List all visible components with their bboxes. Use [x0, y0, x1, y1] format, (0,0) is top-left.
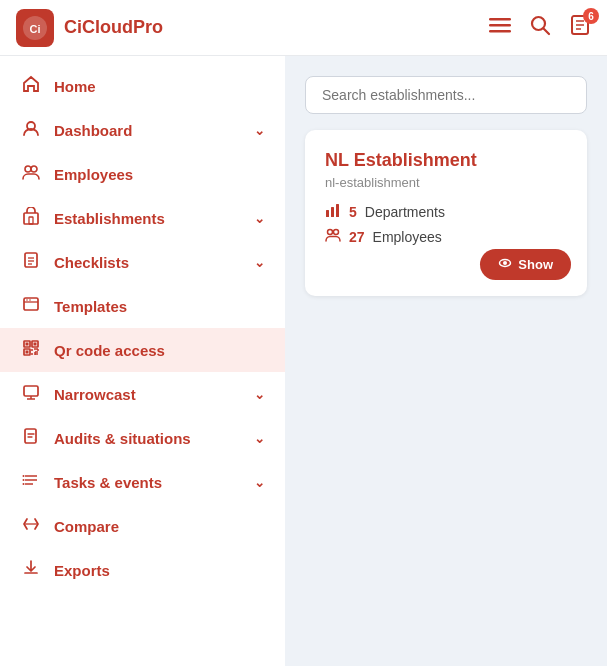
sidebar-item-exports[interactable]: Exports [0, 548, 285, 592]
tasks-chevron: ⌄ [254, 475, 265, 490]
tasks-icon [20, 471, 42, 493]
svg-point-45 [23, 479, 25, 481]
employees-label: Employees [373, 229, 442, 245]
menu-icon[interactable] [489, 14, 511, 41]
dashboard-chevron: ⌄ [254, 123, 265, 138]
content-area: NL Establishment nl-establishment 5 Depa… [285, 56, 607, 666]
search-icon[interactable] [529, 14, 551, 41]
establishment-name: NL Establishment [325, 150, 567, 171]
logo-icon: Ci [16, 9, 54, 47]
svg-point-12 [25, 166, 31, 172]
audits-chevron: ⌄ [254, 431, 265, 446]
svg-rect-28 [26, 351, 29, 354]
svg-rect-39 [25, 429, 36, 443]
sidebar-item-dashboard-label: Dashboard [54, 122, 242, 139]
departments-stat: 5 Departments [325, 202, 567, 221]
sidebar-item-audits-label: Audits & situations [54, 430, 242, 447]
svg-rect-24 [26, 343, 29, 346]
home-icon [20, 75, 42, 97]
svg-point-51 [328, 230, 333, 235]
employees-stat-icon [325, 227, 341, 246]
svg-rect-14 [24, 213, 38, 224]
sidebar-item-compare-label: Compare [54, 518, 265, 535]
svg-point-22 [29, 299, 31, 301]
sidebar-item-templates[interactable]: Templates [0, 284, 285, 328]
departments-count: 5 [349, 204, 357, 220]
svg-point-46 [23, 483, 25, 485]
sidebar-item-compare[interactable]: Compare [0, 504, 285, 548]
sidebar-item-establishments-label: Establishments [54, 210, 242, 227]
svg-rect-36 [24, 386, 38, 396]
svg-rect-16 [25, 253, 37, 267]
book-icon[interactable]: 6 [569, 14, 591, 41]
header: Ci CiCloudPro 6 [0, 0, 607, 56]
compare-icon [20, 515, 42, 537]
dashboard-icon [20, 119, 42, 141]
svg-point-13 [31, 166, 37, 172]
sidebar-item-home-label: Home [54, 78, 265, 95]
svg-rect-4 [489, 30, 511, 33]
main-layout: Home Dashboard ⌄ Employees [0, 56, 607, 666]
svg-rect-3 [489, 24, 511, 27]
svg-point-54 [503, 261, 507, 265]
audits-icon [20, 427, 42, 449]
sidebar-item-checklists-label: Checklists [54, 254, 242, 271]
sidebar-item-tasks[interactable]: Tasks & events ⌄ [0, 460, 285, 504]
svg-rect-49 [331, 207, 334, 217]
logo-text: CiCloudPro [64, 17, 163, 38]
svg-point-52 [334, 230, 339, 235]
sidebar-item-tasks-label: Tasks & events [54, 474, 242, 491]
sidebar-item-narrowcast[interactable]: Narrowcast ⌄ [0, 372, 285, 416]
sidebar: Home Dashboard ⌄ Employees [0, 56, 285, 666]
sidebar-item-exports-label: Exports [54, 562, 265, 579]
sidebar-item-employees[interactable]: Employees [0, 152, 285, 196]
svg-rect-26 [34, 343, 37, 346]
sidebar-item-employees-label: Employees [54, 166, 265, 183]
svg-rect-2 [489, 18, 511, 21]
establishments-icon [20, 207, 42, 229]
show-button-label: Show [518, 257, 553, 272]
sidebar-item-dashboard[interactable]: Dashboard ⌄ [0, 108, 285, 152]
templates-icon [20, 295, 42, 317]
departments-icon [325, 202, 341, 221]
svg-rect-20 [24, 298, 38, 310]
sidebar-item-templates-label: Templates [54, 298, 265, 315]
sidebar-item-qr-code-label: Qr code access [54, 342, 265, 359]
show-eye-icon [498, 256, 512, 273]
employees-stat: 27 Employees [325, 227, 567, 246]
sidebar-item-home[interactable]: Home [0, 64, 285, 108]
establishment-slug: nl-establishment [325, 175, 567, 190]
logo-area: Ci CiCloudPro [16, 9, 163, 47]
svg-text:Ci: Ci [30, 23, 41, 35]
sidebar-item-narrowcast-label: Narrowcast [54, 386, 242, 403]
sidebar-item-audits[interactable]: Audits & situations ⌄ [0, 416, 285, 460]
narrowcast-chevron: ⌄ [254, 387, 265, 402]
svg-rect-50 [336, 204, 339, 217]
svg-point-44 [23, 475, 25, 477]
sidebar-item-checklists[interactable]: Checklists ⌄ [0, 240, 285, 284]
qr-code-icon [20, 339, 42, 361]
narrowcast-icon [20, 383, 42, 405]
departments-label: Departments [365, 204, 445, 220]
sidebar-item-qr-code[interactable]: Qr code access [0, 328, 285, 372]
svg-point-21 [26, 299, 28, 301]
header-icons: 6 [489, 14, 591, 41]
show-button[interactable]: Show [480, 249, 571, 280]
exports-icon [20, 559, 42, 581]
sidebar-item-establishments[interactable]: Establishments ⌄ [0, 196, 285, 240]
checklists-icon [20, 251, 42, 273]
checklists-chevron: ⌄ [254, 255, 265, 270]
notification-badge: 6 [583, 8, 599, 24]
establishment-card: NL Establishment nl-establishment 5 Depa… [305, 130, 587, 296]
svg-rect-48 [326, 210, 329, 217]
svg-line-6 [544, 29, 550, 35]
search-establishments-input[interactable] [305, 76, 587, 114]
establishment-stats: 5 Departments 27 Employees [325, 202, 567, 246]
establishments-chevron: ⌄ [254, 211, 265, 226]
svg-point-40 [35, 440, 36, 441]
employees-icon [20, 163, 42, 185]
svg-rect-15 [29, 217, 33, 224]
employees-count: 27 [349, 229, 365, 245]
